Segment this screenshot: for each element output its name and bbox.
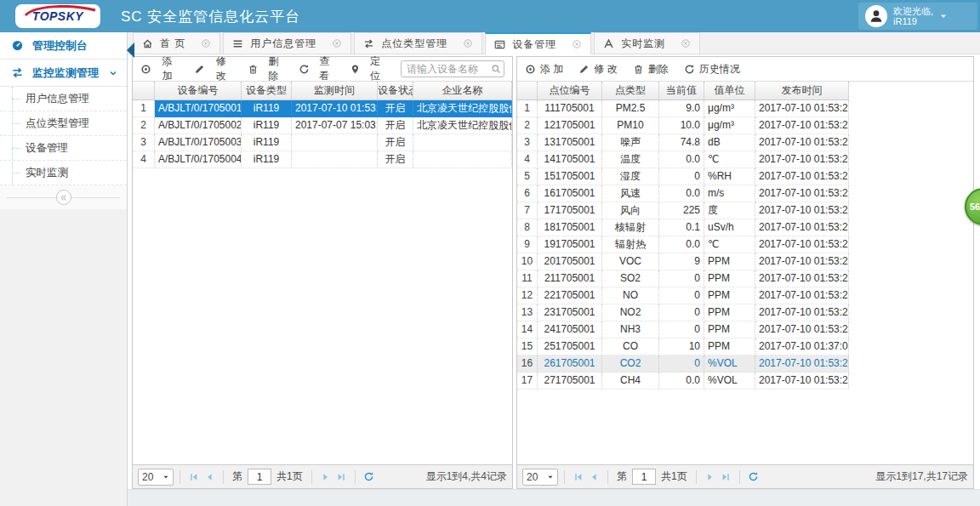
unit-cell: %RH [704, 168, 755, 185]
table-row[interactable]: 8 181705001 核辐射 0.1 uSv/h 2017-07-10 01:… [517, 219, 849, 236]
total-pages-label: 共1页 [661, 469, 687, 484]
page-size-select[interactable]: 20 [522, 469, 558, 486]
toolbar-button[interactable]: 删除 [248, 54, 283, 83]
sidebar-group-monitoring[interactable]: 监控监测管理 [0, 60, 127, 87]
device-search-input[interactable] [401, 60, 504, 77]
point-type-cell: PM2.5 [602, 100, 659, 117]
sidebar-item[interactable]: 设备管理 [0, 136, 127, 161]
device-status-cell: 开启 [378, 151, 413, 168]
row-number-cell: 4 [517, 151, 538, 168]
toolbar-button[interactable]: 添 加 [525, 62, 563, 77]
sidebar-group-console[interactable]: 管理控制台 [0, 32, 127, 60]
column-header[interactable]: 企业名称 [413, 82, 512, 100]
page-number-input[interactable] [632, 469, 656, 485]
last-page-button[interactable] [718, 469, 733, 485]
column-header[interactable]: 点位编号 [538, 82, 602, 100]
table-row[interactable]: 9 191705001 辐射热 0.0 ℃ 2017-07-10 01:53:2… [517, 236, 849, 253]
prev-page-button[interactable] [202, 469, 217, 485]
unit-cell: μg/m³ [704, 117, 755, 134]
close-icon[interactable] [681, 38, 691, 48]
table-row[interactable]: 13 231705001 NO2 0 PPM 2017-07-10 01:53:… [517, 304, 849, 321]
tab[interactable]: 设备管理 [485, 32, 591, 54]
unit-cell: 度 [704, 202, 755, 219]
table-row[interactable]: 17 271705001 CH4 0.0 %VOL 2017-07-10 01:… [517, 372, 849, 389]
column-header[interactable]: 值单位 [704, 82, 755, 100]
toolbar-button[interactable]: 修 改 [194, 54, 232, 83]
tab[interactable]: 实时监测 [594, 32, 700, 54]
point-type-cell: 风速 [602, 185, 659, 202]
table-row[interactable]: 1 111705001 PM2.5 9.0 μg/m³ 2017-07-10 0… [517, 100, 849, 117]
next-page-button[interactable] [703, 469, 718, 485]
reload-button[interactable] [362, 469, 377, 485]
toolbar-button[interactable]: 删除 [633, 62, 669, 77]
sidebar-collapse-button[interactable] [56, 190, 71, 205]
table-row[interactable]: 3 131705001 噪声 74.8 dB 2017-07-10 01:53:… [517, 134, 849, 151]
next-page-button[interactable] [318, 469, 333, 485]
prev-page-button[interactable] [586, 469, 601, 485]
tab[interactable]: 首 页 [133, 32, 220, 54]
toolbar-button-label: 查看 [314, 54, 334, 83]
table-row[interactable]: 14 241705001 NH3 0 PPM 2017-07-10 01:53:… [517, 321, 849, 338]
page-number-input[interactable] [248, 469, 271, 485]
current-value-cell: 10.0 [659, 117, 704, 134]
last-page-button[interactable] [333, 469, 349, 485]
table-row[interactable]: 4 A/BJLT/0/1705004 iR119 开启 [133, 151, 512, 168]
reload-button[interactable] [746, 469, 761, 485]
table-row[interactable]: 15 251705001 CO 10 PPM 2017-07-10 01:37:… [517, 338, 849, 355]
toolbar-button-icon [525, 64, 536, 75]
close-icon[interactable] [201, 38, 211, 48]
table-row[interactable]: 5 151705001 湿度 0 %RH 2017-07-10 01:53:22 [517, 168, 849, 185]
close-icon[interactable] [463, 38, 473, 48]
table-row[interactable]: 12 221705001 NO 0 PPM 2017-07-10 01:53:2… [517, 287, 849, 304]
toolbar-button[interactable]: 历史情况 [684, 62, 740, 77]
table-row[interactable]: 4 141705001 温度 0.0 ℃ 2017-07-10 01:53:22 [517, 151, 849, 168]
column-header[interactable]: 监测时间 [292, 82, 378, 100]
row-number-cell: 3 [133, 134, 155, 151]
point-code-cell: 231705001 [538, 304, 602, 321]
toolbar-button-label: 删除 [263, 54, 283, 83]
tab[interactable]: 用户信息管理 [223, 32, 351, 54]
table-row[interactable]: 6 161705001 风速 0.0 m/s 2017-07-10 01:53:… [517, 185, 849, 202]
column-header[interactable]: 设备编号 [155, 82, 242, 100]
current-value-cell: 9.0 [659, 100, 704, 117]
toolbar-button[interactable]: 修 改 [578, 62, 617, 77]
toolbar-button-icon [140, 64, 151, 75]
page-size-select[interactable]: 20 [138, 469, 174, 486]
tab[interactable]: 点位类型管理 [354, 32, 482, 54]
table-row[interactable]: 16 261705001 CO2 0 %VOL 2017-07-10 01:53… [517, 355, 849, 372]
table-row[interactable]: 11 211705001 SO2 0 PPM 2017-07-10 01:53:… [517, 270, 849, 287]
close-icon[interactable] [332, 38, 342, 48]
publish-time-cell: 2017-07-10 01:53:22 [755, 168, 849, 185]
close-icon[interactable] [572, 39, 582, 49]
current-value-cell: 74.8 [659, 134, 704, 151]
separator [564, 470, 565, 484]
toolbar-button[interactable]: 添 加 [140, 54, 179, 83]
device-table-header: 设备编号设备类型监测时间设备状态企业名称 [133, 82, 512, 100]
table-row[interactable]: 1 A/BJLT/0/1705001 iR119 2017-07-10 01:5… [133, 100, 512, 117]
publish-time-cell: 2017-07-10 01:53:21 [755, 287, 849, 304]
search-icon[interactable] [491, 64, 501, 74]
table-row[interactable]: 3 A/BJLT/0/1705003 iR119 开启 [133, 134, 512, 151]
column-header[interactable]: 设备状态 [378, 82, 413, 100]
table-row[interactable]: 2 121705001 PM10 10.0 μg/m³ 2017-07-10 0… [517, 117, 849, 134]
table-row[interactable]: 2 A/BJLT/0/1705002 iR119 2017-07-07 15:0… [133, 117, 512, 134]
toolbar-button[interactable]: 定位 [350, 54, 385, 83]
sidebar-item[interactable]: 用户信息管理 [0, 87, 127, 111]
point-code-cell: 271705001 [538, 372, 602, 389]
table-row[interactable]: 10 201705001 VOC 9 PPM 2017-07-10 01:53:… [517, 253, 849, 270]
column-header[interactable]: 发布时间 [755, 82, 849, 100]
column-header[interactable]: 当前值 [659, 82, 704, 100]
column-header[interactable]: 点类型 [602, 82, 659, 100]
logo: TOPSKY [15, 4, 100, 28]
sidebar-item[interactable]: 实时监测 [0, 161, 127, 185]
tab-icon [603, 38, 614, 49]
first-page-button[interactable] [186, 469, 202, 485]
sidebar-item[interactable]: 点位类型管理 [0, 111, 127, 136]
toolbar-button[interactable]: 查看 [299, 54, 334, 83]
user-menu[interactable]: 欢迎光临,iR119 [858, 3, 977, 30]
column-header[interactable]: 设备类型 [242, 82, 292, 100]
table-row[interactable]: 7 171705001 风向 225 度 2017-07-10 01:53:21 [517, 202, 849, 219]
first-page-button[interactable] [571, 469, 586, 485]
point-table-body: 1 111705001 PM2.5 9.0 μg/m³ 2017-07-10 0… [517, 100, 973, 389]
device-table-body: 1 A/BJLT/0/1705001 iR119 2017-07-10 01:5… [133, 100, 512, 168]
